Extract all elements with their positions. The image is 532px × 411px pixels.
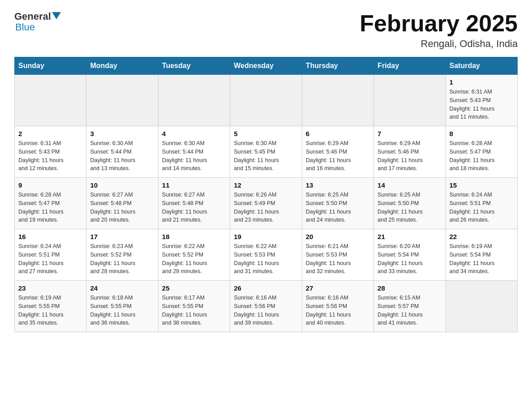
day-info: Sunrise: 6:19 AMSunset: 5:54 PMDaylight:… [450, 242, 514, 276]
day-cell: 10Sunrise: 6:27 AMSunset: 5:48 PMDayligh… [86, 178, 158, 229]
calendar-body: 1Sunrise: 6:31 AMSunset: 5:43 PMDaylight… [15, 75, 518, 332]
day-number: 3 [90, 130, 154, 137]
day-cell [158, 75, 230, 126]
day-number: 18 [162, 233, 226, 240]
day-number: 10 [90, 181, 154, 189]
day-info: Sunrise: 6:26 AMSunset: 5:49 PMDaylight:… [234, 191, 298, 224]
day-cell: 7Sunrise: 6:29 AMSunset: 5:46 PMDaylight… [374, 126, 446, 178]
day-info: Sunrise: 6:30 AMSunset: 5:45 PMDaylight:… [234, 139, 298, 173]
header-tuesday: Tuesday [158, 57, 230, 75]
day-number: 24 [90, 284, 154, 292]
day-cell: 21Sunrise: 6:20 AMSunset: 5:54 PMDayligh… [374, 229, 446, 281]
header-monday: Monday [86, 57, 158, 75]
day-number: 19 [234, 233, 298, 240]
day-cell: 19Sunrise: 6:22 AMSunset: 5:53 PMDayligh… [230, 229, 302, 281]
page-header: General Blue February 2025 Rengali, Odis… [14, 11, 518, 50]
day-number: 25 [162, 284, 226, 292]
day-cell [86, 75, 158, 126]
day-info: Sunrise: 6:23 AMSunset: 5:52 PMDaylight:… [90, 242, 154, 276]
day-cell: 26Sunrise: 6:16 AMSunset: 5:56 PMDayligh… [230, 281, 302, 332]
day-number: 12 [234, 181, 298, 189]
day-cell: 1Sunrise: 6:31 AMSunset: 5:43 PMDaylight… [446, 75, 517, 126]
day-cell: 14Sunrise: 6:25 AMSunset: 5:50 PMDayligh… [374, 178, 446, 229]
day-info: Sunrise: 6:25 AMSunset: 5:50 PMDaylight:… [306, 191, 370, 224]
day-cell: 25Sunrise: 6:17 AMSunset: 5:55 PMDayligh… [158, 281, 230, 332]
month-title: February 2025 [360, 11, 518, 36]
day-cell: 13Sunrise: 6:25 AMSunset: 5:50 PMDayligh… [302, 178, 373, 229]
day-number: 14 [378, 181, 442, 189]
day-number: 13 [306, 181, 370, 189]
day-cell: 27Sunrise: 6:16 AMSunset: 5:56 PMDayligh… [302, 281, 373, 332]
title-area: February 2025 Rengali, Odisha, India [360, 11, 518, 50]
day-info: Sunrise: 6:30 AMSunset: 5:44 PMDaylight:… [162, 139, 226, 173]
day-number: 21 [378, 233, 442, 240]
day-info: Sunrise: 6:15 AMSunset: 5:57 PMDaylight:… [378, 294, 442, 327]
day-cell: 15Sunrise: 6:24 AMSunset: 5:51 PMDayligh… [446, 178, 517, 229]
day-cell: 12Sunrise: 6:26 AMSunset: 5:49 PMDayligh… [230, 178, 302, 229]
header-sunday: Sunday [15, 57, 86, 75]
day-number: 15 [450, 181, 514, 189]
day-cell: 16Sunrise: 6:24 AMSunset: 5:51 PMDayligh… [15, 229, 86, 281]
logo-arrow-icon [52, 12, 61, 19]
day-number: 22 [450, 233, 514, 240]
logo-general-text: General [14, 11, 51, 22]
day-number: 4 [162, 130, 226, 137]
day-cell: 5Sunrise: 6:30 AMSunset: 5:45 PMDaylight… [230, 126, 302, 178]
day-cell: 6Sunrise: 6:29 AMSunset: 5:46 PMDaylight… [302, 126, 373, 178]
day-info: Sunrise: 6:17 AMSunset: 5:55 PMDaylight:… [162, 294, 226, 327]
day-cell: 2Sunrise: 6:31 AMSunset: 5:43 PMDaylight… [15, 126, 86, 178]
day-number: 27 [306, 284, 370, 292]
day-info: Sunrise: 6:27 AMSunset: 5:48 PMDaylight:… [90, 191, 154, 224]
day-number: 17 [90, 233, 154, 240]
day-info: Sunrise: 6:25 AMSunset: 5:50 PMDaylight:… [378, 191, 442, 224]
day-info: Sunrise: 6:27 AMSunset: 5:48 PMDaylight:… [162, 191, 226, 224]
day-number: 7 [378, 130, 442, 137]
week-row-4: 23Sunrise: 6:19 AMSunset: 5:55 PMDayligh… [15, 281, 518, 332]
day-cell: 28Sunrise: 6:15 AMSunset: 5:57 PMDayligh… [374, 281, 446, 332]
day-cell: 24Sunrise: 6:18 AMSunset: 5:55 PMDayligh… [86, 281, 158, 332]
header-friday: Friday [374, 57, 446, 75]
day-cell [302, 75, 373, 126]
day-cell: 23Sunrise: 6:19 AMSunset: 5:55 PMDayligh… [15, 281, 86, 332]
day-info: Sunrise: 6:19 AMSunset: 5:55 PMDaylight:… [18, 294, 82, 327]
day-cell: 3Sunrise: 6:30 AMSunset: 5:44 PMDaylight… [86, 126, 158, 178]
day-info: Sunrise: 6:31 AMSunset: 5:43 PMDaylight:… [450, 88, 514, 121]
day-number: 28 [378, 284, 442, 292]
day-cell: 22Sunrise: 6:19 AMSunset: 5:54 PMDayligh… [446, 229, 517, 281]
day-info: Sunrise: 6:31 AMSunset: 5:43 PMDaylight:… [18, 139, 82, 173]
day-info: Sunrise: 6:22 AMSunset: 5:53 PMDaylight:… [234, 242, 298, 276]
week-row-0: 1Sunrise: 6:31 AMSunset: 5:43 PMDaylight… [15, 75, 518, 126]
day-info: Sunrise: 6:30 AMSunset: 5:44 PMDaylight:… [90, 139, 154, 173]
day-number: 8 [450, 130, 514, 137]
day-info: Sunrise: 6:28 AMSunset: 5:47 PMDaylight:… [18, 191, 82, 224]
day-info: Sunrise: 6:22 AMSunset: 5:52 PMDaylight:… [162, 242, 226, 276]
day-cell [446, 281, 517, 332]
day-cell: 11Sunrise: 6:27 AMSunset: 5:48 PMDayligh… [158, 178, 230, 229]
header-wednesday: Wednesday [230, 57, 302, 75]
week-row-3: 16Sunrise: 6:24 AMSunset: 5:51 PMDayligh… [15, 229, 518, 281]
day-cell [15, 75, 86, 126]
day-info: Sunrise: 6:24 AMSunset: 5:51 PMDaylight:… [450, 191, 514, 224]
calendar-header: SundayMondayTuesdayWednesdayThursdayFrid… [15, 57, 518, 75]
day-info: Sunrise: 6:16 AMSunset: 5:56 PMDaylight:… [306, 294, 370, 327]
day-number: 16 [18, 233, 82, 240]
location-title: Rengali, Odisha, India [360, 38, 518, 50]
day-number: 6 [306, 130, 370, 137]
day-info: Sunrise: 6:29 AMSunset: 5:46 PMDaylight:… [306, 139, 370, 173]
week-row-2: 9Sunrise: 6:28 AMSunset: 5:47 PMDaylight… [15, 178, 518, 229]
day-cell: 20Sunrise: 6:21 AMSunset: 5:53 PMDayligh… [302, 229, 373, 281]
day-info: Sunrise: 6:16 AMSunset: 5:56 PMDaylight:… [234, 294, 298, 327]
day-cell: 17Sunrise: 6:23 AMSunset: 5:52 PMDayligh… [86, 229, 158, 281]
day-number: 11 [162, 181, 226, 189]
day-number: 2 [18, 130, 82, 137]
day-cell: 18Sunrise: 6:22 AMSunset: 5:52 PMDayligh… [158, 229, 230, 281]
day-info: Sunrise: 6:20 AMSunset: 5:54 PMDaylight:… [378, 242, 442, 276]
week-row-1: 2Sunrise: 6:31 AMSunset: 5:43 PMDaylight… [15, 126, 518, 178]
day-number: 23 [18, 284, 82, 292]
day-info: Sunrise: 6:18 AMSunset: 5:55 PMDaylight:… [90, 294, 154, 327]
day-number: 1 [450, 78, 514, 86]
day-number: 20 [306, 233, 370, 240]
day-info: Sunrise: 6:21 AMSunset: 5:53 PMDaylight:… [306, 242, 370, 276]
calendar-table: SundayMondayTuesdayWednesdayThursdayFrid… [14, 57, 518, 332]
day-number: 26 [234, 284, 298, 292]
